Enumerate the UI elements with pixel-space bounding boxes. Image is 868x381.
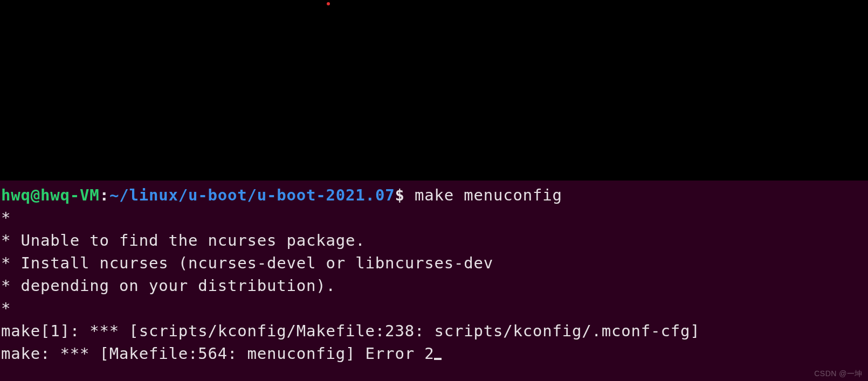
output-line: * Unable to find the ncurses package. — [1, 231, 366, 250]
red-dot-marker — [327, 2, 330, 5]
command-entered: make menuconfig — [415, 186, 562, 204]
terminal-text-content: hwq@hwq-VM:~/linux/u-boot/u-boot-2021.07… — [0, 181, 868, 365]
prompt-separator: : — [100, 186, 109, 204]
watermark-text: CSDN @一坤 — [814, 369, 863, 379]
prompt-user-host: hwq@hwq-VM — [1, 186, 100, 204]
prompt-path: ~/linux/u-boot/u-boot-2021.07 — [109, 186, 395, 204]
terminal-window[interactable]: hwq@hwq-VM:~/linux/u-boot/u-boot-2021.07… — [0, 181, 868, 381]
output-line: * depending on your distribution). — [1, 276, 336, 295]
output-line: * Install ncurses (ncurses-devel or libn… — [1, 254, 493, 272]
terminal-cursor — [434, 358, 442, 360]
prompt-symbol: $ — [395, 186, 404, 204]
output-line: * — [1, 299, 11, 317]
output-line: make[1]: *** [scripts/kconfig/Makefile:2… — [1, 322, 700, 340]
output-line: make: *** [Makefile:564: menuconfig] Err… — [1, 344, 434, 363]
top-black-region — [0, 0, 868, 181]
command-text — [405, 186, 415, 204]
output-line: * — [1, 209, 11, 227]
